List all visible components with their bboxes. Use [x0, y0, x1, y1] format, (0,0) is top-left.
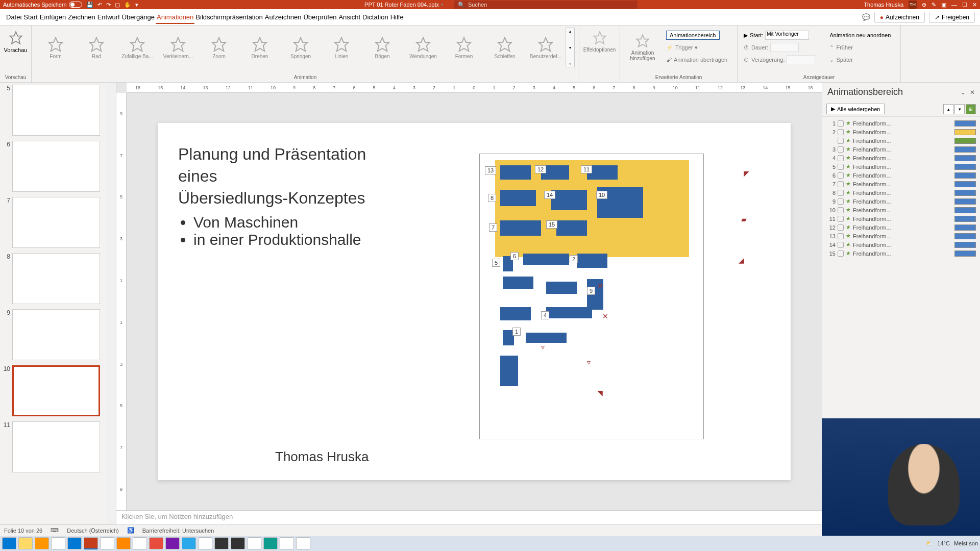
- slide-thumb-10[interactable]: [12, 365, 100, 416]
- menu-dictation[interactable]: Dictation: [361, 11, 389, 23]
- anim-list-item[interactable]: 4★Freihandform...: [824, 154, 978, 162]
- app-icon[interactable]: [231, 537, 245, 549]
- shape[interactable]: [500, 190, 536, 206]
- app-icon[interactable]: [100, 537, 114, 549]
- undo-icon[interactable]: ↶: [97, 2, 102, 8]
- anim-effect-bögen[interactable]: Bögen: [362, 28, 402, 67]
- maximize-icon[interactable]: ☐: [962, 2, 967, 8]
- autosave-toggle[interactable]: Automatisches Speichern: [3, 2, 82, 8]
- effect-options-button[interactable]: Effektoptionen: [583, 28, 616, 56]
- pen-icon[interactable]: ✎: [932, 2, 936, 8]
- slide-thumb-6[interactable]: [12, 141, 100, 192]
- chrome-icon[interactable]: [51, 537, 65, 549]
- language-status[interactable]: Deutsch (Österreich): [67, 528, 118, 534]
- slide-canvas[interactable]: Planung und Präsentation eines Übersiedl…: [158, 123, 791, 480]
- telegram-icon[interactable]: [182, 537, 196, 549]
- chevron-down-icon[interactable]: ⌄: [961, 89, 966, 96]
- cloud-icon[interactable]: ⊕: [922, 2, 926, 8]
- shape[interactable]: [503, 277, 533, 289]
- delay-input[interactable]: [787, 55, 815, 64]
- anim-effect-formen[interactable]: Formen: [444, 28, 484, 67]
- app-icon[interactable]: [280, 537, 294, 549]
- menu-überprüfen[interactable]: Überprüfen: [302, 11, 337, 23]
- avatar[interactable]: TH: [909, 1, 917, 9]
- redo-icon[interactable]: ↷: [106, 2, 111, 8]
- toggle-switch[interactable]: [69, 2, 82, 8]
- anim-effect-rad[interactable]: Rad: [77, 28, 116, 67]
- window-icon[interactable]: ▣: [941, 2, 946, 8]
- slide-thumb-11[interactable]: [12, 421, 100, 472]
- thumbs-scrollbar[interactable]: [107, 83, 116, 524]
- weather-icon[interactable]: ⛅: [926, 540, 933, 547]
- username[interactable]: Thomas Hruska: [864, 2, 903, 8]
- preview-button[interactable]: Vorschau: [4, 28, 27, 56]
- app-icon[interactable]: [149, 537, 163, 549]
- present-icon[interactable]: ▢: [115, 2, 120, 8]
- move-up-button[interactable]: ▴: [943, 104, 953, 114]
- shape[interactable]: [500, 165, 531, 180]
- slide-author[interactable]: Thomas Hruska: [275, 449, 369, 465]
- minimize-icon[interactable]: —: [951, 2, 957, 8]
- onenote-icon[interactable]: [165, 537, 180, 549]
- duration-input[interactable]: [770, 43, 799, 52]
- comments-icon[interactable]: 💬: [862, 13, 870, 21]
- anim-effect-zufällige ba...[interactable]: Zufällige Ba...: [117, 28, 157, 67]
- accessibility-status[interactable]: Barrierefreiheit: Untersuchen: [142, 528, 214, 534]
- anim-effect-drehen[interactable]: Drehen: [240, 28, 280, 67]
- animation-gallery[interactable]: FormRadZufällige Ba...Verkleinern...Zoom…: [36, 28, 566, 67]
- play-all-button[interactable]: ▶Alle wiedergeben: [826, 104, 885, 114]
- slide-thumb-5[interactable]: [12, 85, 100, 136]
- trigger-button[interactable]: ⚡ Trigger ▾: [666, 42, 727, 53]
- shape[interactable]: [500, 220, 541, 236]
- anim-pane-toggle[interactable]: Animationsbereich: [666, 31, 720, 40]
- anim-list-item[interactable]: 12★Freihandform...: [824, 223, 978, 232]
- anim-list-item[interactable]: 1★Freihandform...: [824, 119, 978, 128]
- later-button[interactable]: ⌄ Später: [829, 54, 891, 65]
- edge-icon[interactable]: [263, 537, 278, 549]
- anim-list-item[interactable]: ★Freihandform...: [824, 136, 978, 145]
- firefox-icon[interactable]: [35, 537, 49, 549]
- menu-datei[interactable]: Datei: [5, 11, 22, 23]
- anim-list-item[interactable]: 7★Freihandform...: [824, 180, 978, 188]
- shape[interactable]: [526, 333, 567, 343]
- slide-thumb-8[interactable]: [12, 253, 100, 304]
- add-animation-button[interactable]: Animation hinzufügen: [624, 28, 661, 67]
- menu-bildschirmpräsentation[interactable]: Bildschirmpräsentation: [194, 11, 264, 23]
- anim-list-item[interactable]: 6★Freihandform...: [824, 171, 978, 180]
- outlook-icon[interactable]: [67, 537, 82, 549]
- anim-effect-benutzerdef...[interactable]: Benutzerdef...: [526, 28, 566, 67]
- notes-area[interactable]: Klicken Sie, um Notizen hinzuzufügen: [116, 510, 822, 524]
- filename[interactable]: PPT 01 Roter Faden 004.pptx ▾: [364, 2, 444, 8]
- slide-thumbnails[interactable]: 5★6★7★8★9★10★11★: [0, 83, 116, 524]
- vlc-icon[interactable]: [116, 537, 131, 549]
- share-button[interactable]: ↗Freigeben: [929, 12, 975, 23]
- shape[interactable]: [546, 282, 577, 294]
- slide-thumb-9[interactable]: [12, 309, 100, 360]
- obs-icon[interactable]: [214, 537, 229, 549]
- start-dropdown[interactable]: Mit Vorheriger: [765, 31, 809, 40]
- slide-counter[interactable]: Folie 10 von 26: [4, 528, 42, 534]
- close-icon[interactable]: ✕: [972, 2, 977, 8]
- app-icon[interactable]: [133, 537, 147, 549]
- anim-list-item[interactable]: 9★Freihandform...: [824, 197, 978, 206]
- app-icon[interactable]: [247, 537, 261, 549]
- explorer-icon[interactable]: [18, 537, 33, 549]
- powerpoint-icon[interactable]: [84, 537, 98, 549]
- record-button[interactable]: ●Aufzeichnen: [874, 12, 925, 23]
- close-pane-icon[interactable]: ✕: [970, 89, 975, 96]
- zoom-button[interactable]: ⊞: [966, 104, 976, 114]
- anim-list-item[interactable]: 2★Freihandform...: [824, 128, 978, 136]
- shape[interactable]: [500, 307, 531, 320]
- menu-animationen[interactable]: Animationen: [156, 11, 194, 24]
- anim-list-item[interactable]: 15★Freihandform...: [824, 249, 978, 258]
- anim-list-item[interactable]: 10★Freihandform...: [824, 206, 978, 214]
- shape[interactable]: [523, 254, 569, 265]
- copy-anim-button[interactable]: 🖌 Animation übertragen: [666, 54, 727, 65]
- shape[interactable]: [546, 307, 592, 318]
- app-icon[interactable]: [198, 537, 212, 549]
- anim-list-item[interactable]: 11★Freihandform...: [824, 214, 978, 223]
- menu-ansicht[interactable]: Ansicht: [337, 11, 361, 23]
- save-icon[interactable]: 💾: [86, 2, 93, 8]
- anim-list-item[interactable]: 8★Freihandform...: [824, 188, 978, 197]
- menu-einfügen[interactable]: Einfügen: [39, 11, 67, 23]
